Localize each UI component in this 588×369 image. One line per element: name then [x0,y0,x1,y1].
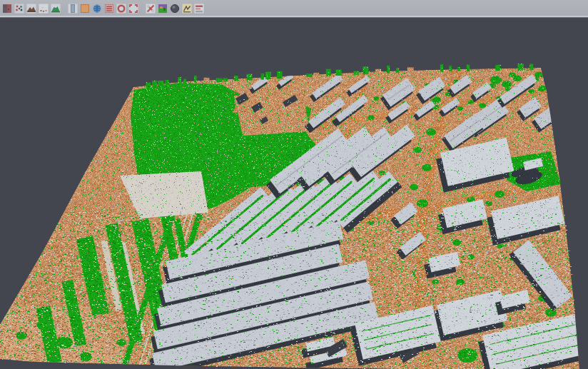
ground-points-icon[interactable] [37,1,49,16]
file-blocks-icon[interactable] [1,1,13,16]
target-ring-icon[interactable] [115,1,127,16]
zoom-extents-icon[interactable] [127,1,139,16]
flag-list-icon[interactable] [193,1,205,16]
attribute-table-icon[interactable] [103,1,115,16]
profile-panel-icon[interactable] [66,1,78,16]
profile-measure-icon[interactable] [181,1,193,16]
terrain-green-icon[interactable] [49,1,61,16]
point-classes-icon[interactable] [13,1,25,16]
globe-icon[interactable] [91,1,103,16]
terrain-brown-icon[interactable] [25,1,37,16]
sphere-3d-icon[interactable] [168,1,181,16]
point-cloud-canvas[interactable] [0,19,588,369]
classification-map-icon[interactable] [156,1,168,16]
application-window [0,0,588,369]
ortho-image-icon[interactable] [78,1,91,16]
clip-cross-icon[interactable] [144,1,156,16]
viewport-3d [0,19,588,369]
toolbar [0,0,588,18]
